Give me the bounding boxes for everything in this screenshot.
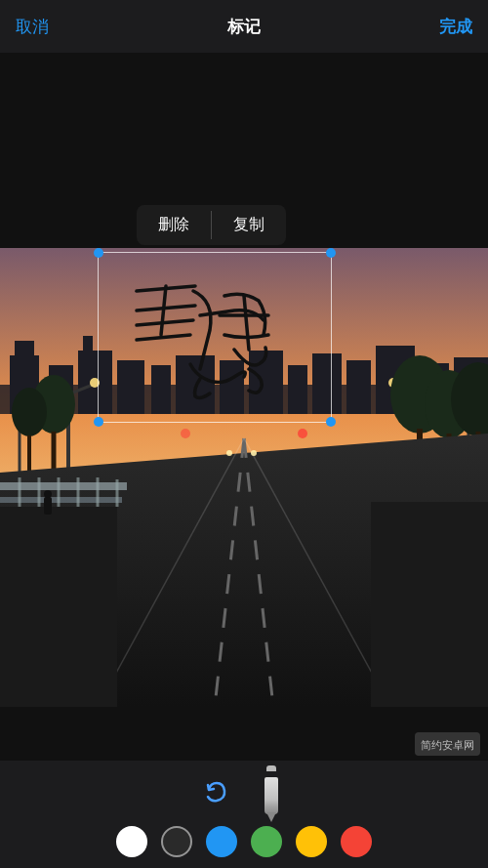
svg-point-42 bbox=[298, 429, 307, 438]
watermark: 简约安卓网 bbox=[415, 732, 480, 756]
undo-button[interactable] bbox=[199, 775, 234, 810]
signature-drawing bbox=[107, 262, 322, 413]
cancel-button[interactable]: 取消 bbox=[16, 16, 49, 38]
color-black-button[interactable] bbox=[161, 826, 192, 857]
tool-row bbox=[199, 771, 289, 814]
svg-rect-52 bbox=[0, 507, 117, 707]
bottom-toolbar bbox=[0, 761, 488, 868]
page-title: 标记 bbox=[227, 16, 261, 38]
color-blue-button[interactable] bbox=[206, 826, 237, 857]
color-row bbox=[116, 826, 372, 857]
svg-rect-6 bbox=[83, 336, 93, 355]
color-yellow-button[interactable] bbox=[296, 826, 327, 857]
header-bar: 取消 标记 完成 bbox=[0, 0, 488, 53]
svg-point-40 bbox=[226, 450, 232, 456]
svg-rect-14 bbox=[346, 360, 371, 414]
color-green-button[interactable] bbox=[251, 826, 282, 857]
handle-top-left[interactable]: 左上角控制点 bbox=[94, 248, 103, 258]
watermark-text: 简约安卓网 bbox=[421, 739, 474, 751]
svg-rect-54 bbox=[44, 497, 52, 515]
handle-bottom-right[interactable]: 右下角控制点 bbox=[326, 417, 336, 427]
pen-top bbox=[266, 765, 276, 771]
svg-point-55 bbox=[44, 490, 52, 498]
context-menu: 删除 复制 bbox=[137, 205, 286, 245]
svg-point-37 bbox=[12, 388, 47, 436]
pen-body bbox=[264, 777, 278, 814]
copy-menu-item[interactable]: 复制 bbox=[212, 205, 286, 245]
svg-point-41 bbox=[251, 450, 257, 456]
color-red-button[interactable] bbox=[341, 826, 372, 857]
undo-icon bbox=[203, 779, 230, 806]
handle-top-right[interactable]: 右上角控制点 bbox=[326, 248, 336, 258]
svg-point-43 bbox=[181, 429, 190, 438]
svg-rect-3 bbox=[15, 341, 34, 360]
done-button[interactable]: 完成 bbox=[439, 16, 472, 38]
handle-bottom-left[interactable]: 左下角控制点 bbox=[94, 417, 103, 427]
color-white-button[interactable] bbox=[116, 826, 147, 857]
svg-rect-53 bbox=[371, 502, 488, 707]
delete-menu-item[interactable]: 删除 bbox=[137, 205, 211, 245]
pen-tip bbox=[266, 812, 276, 822]
pen-tool[interactable] bbox=[254, 771, 289, 814]
